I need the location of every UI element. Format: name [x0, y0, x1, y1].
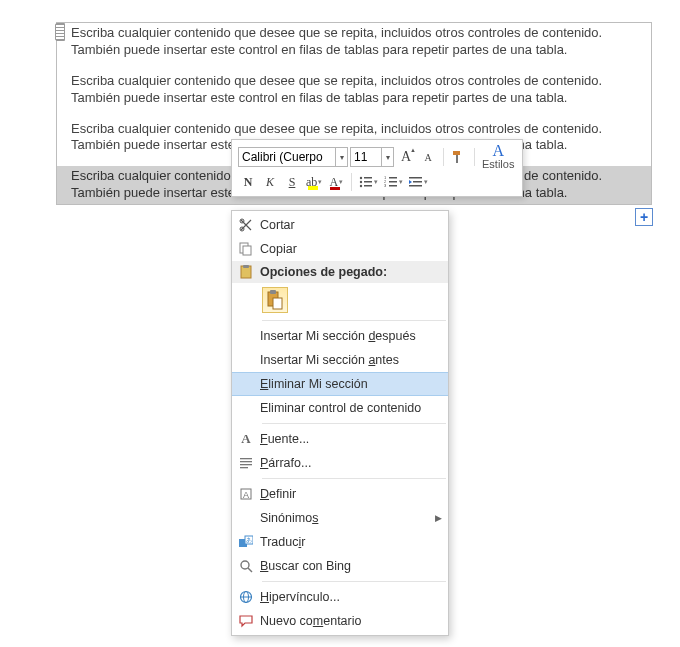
separator [262, 478, 446, 479]
svg-rect-7 [389, 177, 397, 179]
separator [262, 423, 446, 424]
bullets-icon [359, 175, 373, 189]
menu-item-paragraph[interactable]: Párrafo... [232, 451, 448, 475]
label: Opciones de pegado: [260, 265, 442, 279]
svg-rect-26 [240, 464, 252, 465]
font-icon: A [232, 431, 260, 447]
svg-rect-27 [240, 467, 248, 468]
font-name-input[interactable] [238, 147, 336, 167]
label: Párrafo... [260, 456, 442, 470]
separator [474, 148, 475, 166]
menu-item-hyperlink[interactable]: Hipervínculo... [232, 585, 448, 609]
label: Nuevo comentario [260, 614, 442, 628]
svg-rect-18 [243, 246, 251, 255]
menu-paste-options-header: Opciones de pegado: [232, 261, 448, 283]
menu-item-cut[interactable]: Cortar [232, 213, 448, 237]
menu-item-copy[interactable]: Copiar [232, 237, 448, 261]
svg-rect-20 [243, 265, 249, 268]
svg-rect-22 [270, 290, 276, 294]
highlight-swatch [308, 186, 318, 190]
underline-button[interactable]: S [282, 172, 302, 192]
menu-item-delete-content-control[interactable]: Eliminar control de contenido [232, 396, 448, 420]
label: Copiar [260, 242, 442, 256]
plus-icon: + [640, 209, 648, 225]
svg-rect-3 [364, 181, 372, 183]
scissors-icon [232, 218, 260, 232]
paste-clipboard-icon [262, 287, 288, 313]
styles-label: Estilos [482, 158, 514, 170]
menu-item-search-bing[interactable]: Buscar con Bing [232, 554, 448, 578]
label: Insertar Mi sección después [260, 329, 442, 343]
svg-rect-9 [389, 181, 397, 183]
paste-option-keep-source[interactable] [232, 283, 448, 317]
svg-point-4 [360, 185, 362, 187]
chevron-down-icon: ▾ [374, 178, 378, 186]
define-icon: A [232, 487, 260, 501]
bold-button[interactable]: N [238, 172, 258, 192]
menu-item-delete-section[interactable]: Eliminar Mi sección [232, 372, 448, 396]
font-color-button[interactable]: A ▾ [326, 172, 346, 192]
svg-rect-23 [273, 298, 282, 309]
chevron-down-icon: ▾ [318, 178, 322, 186]
menu-item-synonyms[interactable]: Sinónimos ▶ [232, 506, 448, 530]
repeated-paragraph: Escriba cualquier contenido que desee qu… [57, 23, 651, 61]
svg-point-2 [360, 181, 362, 183]
separator [262, 581, 446, 582]
numbering-icon: 123 [384, 175, 398, 189]
italic-button[interactable]: K [260, 172, 280, 192]
menu-item-translate[interactable]: あ Traducir [232, 530, 448, 554]
menu-item-insert-after[interactable]: Insertar Mi sección después [232, 324, 448, 348]
separator [262, 320, 446, 321]
format-painter-button[interactable] [449, 147, 469, 167]
menu-item-define[interactable]: A Definir [232, 482, 448, 506]
label: Eliminar Mi sección [260, 377, 442, 391]
label: Buscar con Bing [260, 559, 442, 573]
font-name-dropdown[interactable]: ▾ [336, 147, 348, 167]
label: Traducir [260, 535, 442, 549]
styles-icon: A [482, 144, 514, 158]
font-size-input[interactable] [350, 147, 382, 167]
copy-icon [232, 242, 260, 256]
svg-line-34 [248, 568, 252, 572]
separator [351, 173, 352, 191]
svg-text:3: 3 [384, 183, 387, 188]
mini-format-toolbar: ▾ ▾ A A A Estilos N K S ab ▾ A ▾ ▾ [231, 139, 523, 197]
svg-point-33 [241, 561, 249, 569]
svg-rect-24 [240, 458, 252, 459]
font-size-dropdown[interactable]: ▾ [382, 147, 394, 167]
styles-button[interactable]: A Estilos [480, 144, 516, 170]
grow-font-button[interactable]: A [396, 147, 416, 167]
submenu-arrow-icon: ▶ [435, 513, 442, 523]
label: Fuente... [260, 432, 442, 446]
svg-rect-12 [409, 177, 422, 179]
menu-item-font[interactable]: A Fuente... [232, 427, 448, 451]
indent-icon [409, 175, 423, 189]
context-menu: Cortar Copiar Opciones de pegado: Insert… [231, 210, 449, 636]
svg-rect-11 [389, 185, 397, 187]
label: Eliminar control de contenido [260, 401, 442, 415]
translate-icon: あ [232, 535, 260, 549]
separator [443, 148, 444, 166]
numbering-button[interactable]: 123 ▾ [382, 172, 405, 192]
label: Sinónimos [260, 511, 435, 525]
shrink-font-button[interactable]: A [418, 147, 438, 167]
chevron-down-icon: ▾ [339, 178, 343, 186]
content-control-handle[interactable] [55, 23, 65, 41]
font-color-swatch [330, 187, 340, 190]
svg-rect-25 [240, 461, 252, 462]
highlight-button[interactable]: ab ▾ [304, 172, 324, 192]
chevron-down-icon: ▾ [399, 178, 403, 186]
add-section-button[interactable]: + [635, 208, 653, 226]
label: Cortar [260, 218, 295, 232]
menu-item-new-comment[interactable]: Nuevo comentario [232, 609, 448, 633]
menu-item-insert-before[interactable]: Insertar Mi sección antes [232, 348, 448, 372]
label: Hipervínculo... [260, 590, 442, 604]
paintbrush-icon [451, 149, 467, 165]
svg-point-0 [360, 177, 362, 179]
svg-rect-5 [364, 185, 372, 187]
search-icon [232, 559, 260, 573]
svg-rect-14 [409, 185, 422, 187]
bullets-button[interactable]: ▾ [357, 172, 380, 192]
indent-button[interactable]: ▾ [407, 172, 430, 192]
repeated-paragraph: Escriba cualquier contenido que desee qu… [57, 71, 651, 109]
